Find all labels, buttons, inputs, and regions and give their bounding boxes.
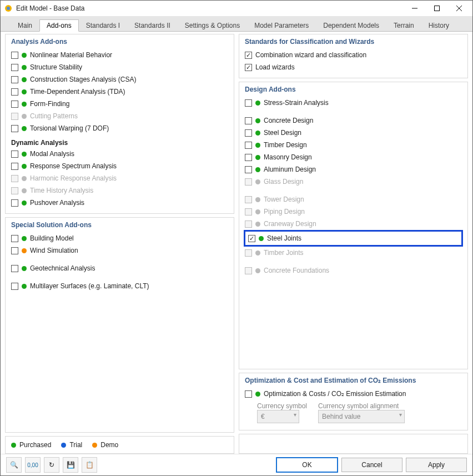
checkbox xyxy=(11,187,18,194)
status-dot-icon xyxy=(255,167,260,172)
addon-row: Piping Design xyxy=(245,206,462,218)
ok-button[interactable]: OK xyxy=(276,457,338,473)
addon-label: Piping Design xyxy=(264,208,305,216)
panel-special-addons: Special Solution Add-ons Building ModelW… xyxy=(5,217,234,433)
checkbox[interactable] xyxy=(245,166,252,173)
addon-row: Time-Dependent Analysis (TDA) xyxy=(11,86,228,98)
status-dot-icon xyxy=(22,152,27,157)
checkbox[interactable] xyxy=(245,52,252,59)
addon-label: Pushover Analysis xyxy=(30,199,84,207)
checkbox[interactable] xyxy=(11,101,18,108)
addon-label: Aluminum Design xyxy=(264,166,316,173)
content-area: Analysis Add-ons Nonlinear Material Beha… xyxy=(1,32,472,454)
checkbox[interactable] xyxy=(11,235,18,242)
tab-settings-options[interactable]: Settings & Options xyxy=(178,19,247,31)
addon-row: Building Model xyxy=(11,232,228,244)
checkbox[interactable] xyxy=(11,151,18,158)
maximize-button[interactable] xyxy=(426,1,448,16)
addon-row: Concrete Foundations xyxy=(245,264,462,277)
svg-rect-2 xyxy=(435,6,440,11)
addon-row: Steel Design xyxy=(245,127,462,139)
checkbox[interactable] xyxy=(11,125,18,132)
checkbox[interactable] xyxy=(245,390,252,398)
status-dot-icon xyxy=(22,248,27,253)
cancel-button[interactable]: Cancel xyxy=(341,458,402,472)
addon-row: Combination wizard and classification xyxy=(245,49,462,61)
tool-help-icon[interactable]: 🔍 xyxy=(6,457,22,473)
tab-main[interactable]: Main xyxy=(11,19,39,31)
panel-title: Special Solution Add-ons xyxy=(11,221,228,229)
panel-design-addons: Design Add-ons Stress-Strain AnalysisCon… xyxy=(239,82,468,369)
tool-list-icon[interactable]: 📋 xyxy=(82,457,97,473)
checkbox[interactable] xyxy=(245,154,252,161)
tab-dependent-models[interactable]: Dependent Models xyxy=(316,19,386,31)
addon-label: Form-Finding xyxy=(30,100,69,108)
addon-row: Masonry Design xyxy=(245,151,462,163)
panel-title: Design Add-ons xyxy=(245,86,462,93)
currency-symbol-select[interactable]: € xyxy=(257,410,299,423)
status-dot-icon xyxy=(92,443,97,448)
tool-units-icon[interactable]: 0,00 xyxy=(25,457,41,473)
right-column: Standards for Classification and Wizards… xyxy=(239,34,468,454)
app-icon xyxy=(4,4,13,13)
addon-label: Time History Analysis xyxy=(30,187,93,194)
addon-label: Wind Simulation xyxy=(30,247,78,254)
legend-purchased: Purchased xyxy=(11,441,51,449)
checkbox[interactable] xyxy=(11,265,18,272)
addon-label: Combination wizard and classification xyxy=(255,51,366,59)
checkbox[interactable] xyxy=(11,64,18,71)
checkbox[interactable] xyxy=(245,142,252,149)
currency-alignment-select[interactable]: Behind value xyxy=(318,410,405,423)
tab-add-ons[interactable]: Add-ons xyxy=(39,19,79,32)
addon-label: Glass Design xyxy=(264,178,303,186)
addon-label: Time-Dependent Analysis (TDA) xyxy=(30,88,125,96)
status-dot-icon xyxy=(22,284,27,289)
currency-symbol-label: Currency symbol xyxy=(257,402,307,410)
checkbox[interactable] xyxy=(11,88,18,96)
tool-save-icon[interactable]: 💾 xyxy=(63,457,78,473)
addon-label: Optimization & Costs / CO₂ Emission Esti… xyxy=(264,390,406,398)
checkbox[interactable] xyxy=(11,163,18,170)
tab-terrain[interactable]: Terrain xyxy=(386,19,421,31)
checkbox[interactable] xyxy=(11,247,18,254)
status-dot-icon xyxy=(255,155,260,160)
subheading-dynamic: Dynamic Analysis xyxy=(11,139,228,147)
checkbox[interactable] xyxy=(11,52,18,59)
checkbox xyxy=(245,249,252,257)
checkbox[interactable] xyxy=(245,117,252,124)
tab-standards-i[interactable]: Standards I xyxy=(79,19,127,31)
legend-panel: Purchased Trial Demo xyxy=(5,436,234,454)
addon-row: Modal Analysis xyxy=(11,148,228,160)
checkbox[interactable] xyxy=(11,76,18,83)
checkbox[interactable] xyxy=(11,199,18,207)
checkbox[interactable] xyxy=(245,99,252,107)
minimize-button[interactable] xyxy=(404,1,426,16)
status-dot-icon xyxy=(259,236,264,241)
close-button[interactable] xyxy=(448,1,470,16)
addon-row: Optimization & Costs / CO₂ Emission Esti… xyxy=(245,388,462,400)
checkbox[interactable] xyxy=(245,64,252,71)
addon-row: Wind Simulation xyxy=(11,244,228,257)
checkbox[interactable] xyxy=(11,283,18,290)
checkbox xyxy=(245,196,252,203)
checkbox[interactable] xyxy=(248,235,255,242)
checkbox xyxy=(245,221,252,228)
apply-button[interactable]: Apply xyxy=(406,458,467,472)
tab-standards-ii[interactable]: Standards II xyxy=(127,19,178,31)
tab-model-parameters[interactable]: Model Parameters xyxy=(247,19,316,31)
panel-title: Standards for Classification and Wizards xyxy=(245,38,462,46)
addon-label: Construction Stages Analysis (CSA) xyxy=(30,76,136,83)
addon-label: Structure Stability xyxy=(30,63,82,71)
tab-history[interactable]: History xyxy=(421,19,456,31)
addon-label: Steel Design xyxy=(264,129,301,137)
status-dot-icon xyxy=(255,118,260,123)
addon-label: Cutting Patterns xyxy=(30,112,78,120)
addon-row: Multilayer Surfaces (e.g. Laminate, CLT) xyxy=(11,280,228,292)
checkbox[interactable] xyxy=(245,129,252,137)
window-title: Edit Model - Base Data xyxy=(16,4,84,12)
checkbox xyxy=(245,178,252,186)
addon-label: Stress-Strain Analysis xyxy=(264,99,329,107)
tool-refresh-icon[interactable]: ↻ xyxy=(44,457,59,473)
addon-label: Building Model xyxy=(30,234,74,242)
addon-label: Masonry Design xyxy=(264,153,312,161)
